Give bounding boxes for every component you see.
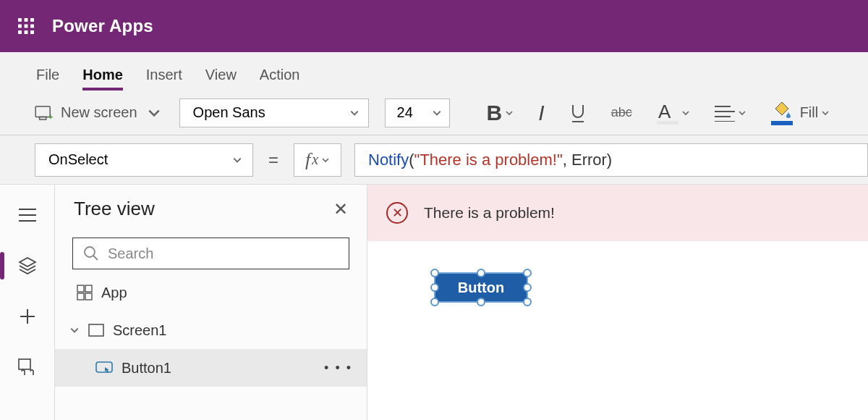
svg-rect-29 bbox=[85, 285, 92, 292]
svg-rect-19 bbox=[771, 121, 793, 125]
svg-rect-0 bbox=[18, 18, 22, 22]
svg-rect-4 bbox=[25, 25, 28, 28]
formula-input[interactable]: Notify ( "There is a problem!" , Error) bbox=[354, 143, 868, 177]
resize-handle[interactable] bbox=[523, 298, 532, 306]
selected-control[interactable]: Button bbox=[434, 272, 528, 303]
resize-handle[interactable] bbox=[430, 298, 439, 306]
media-icon[interactable] bbox=[13, 353, 42, 382]
menu-bar: File Home Insert View Action bbox=[0, 52, 868, 91]
button-control[interactable]: Button bbox=[434, 272, 528, 303]
equals-label: = bbox=[266, 150, 281, 170]
property-name: OnSelect bbox=[48, 151, 108, 168]
align-button[interactable] bbox=[710, 104, 751, 122]
search-input[interactable]: Search bbox=[72, 238, 349, 269]
canvas-area[interactable]: ✕ There is a problem! Button bbox=[367, 185, 868, 420]
formula-bar: OnSelect = fx Notify ( "There is a probl… bbox=[0, 135, 868, 185]
svg-rect-31 bbox=[85, 293, 92, 300]
svg-rect-28 bbox=[77, 285, 84, 292]
tree-item-label: Screen1 bbox=[113, 322, 167, 339]
formula-token: , Error) bbox=[563, 151, 612, 169]
title-bar: Power Apps bbox=[0, 0, 868, 52]
search-placeholder: Search bbox=[108, 245, 153, 262]
formula-token-fn: Notify bbox=[368, 151, 409, 169]
app-launcher-icon[interactable] bbox=[0, 0, 52, 52]
screen-icon bbox=[88, 324, 104, 337]
font-family-value: Open Sans bbox=[193, 104, 265, 121]
fill-button[interactable]: Fill bbox=[767, 101, 835, 125]
menu-view[interactable]: View bbox=[205, 67, 237, 91]
svg-rect-30 bbox=[77, 293, 84, 300]
menu-action[interactable]: Action bbox=[260, 67, 300, 91]
resize-handle[interactable] bbox=[430, 283, 439, 292]
svg-rect-14 bbox=[657, 121, 678, 125]
button-icon bbox=[95, 361, 113, 374]
app-title: Power Apps bbox=[52, 16, 153, 36]
tree-view-title: Tree view bbox=[74, 198, 155, 220]
svg-rect-5 bbox=[30, 25, 34, 28]
home-toolbar: + New screen Open Sans 24 B I abc A Fill bbox=[0, 91, 868, 135]
bold-button[interactable]: B bbox=[482, 101, 519, 125]
svg-rect-3 bbox=[18, 25, 22, 28]
resize-handle[interactable] bbox=[477, 298, 485, 306]
menu-home[interactable]: Home bbox=[82, 67, 123, 91]
tree-item-button1[interactable]: Button1 • • • bbox=[55, 349, 367, 387]
strikethrough-button[interactable]: abc bbox=[607, 105, 637, 120]
font-family-select[interactable]: Open Sans bbox=[179, 98, 369, 127]
more-icon[interactable]: • • • bbox=[324, 361, 352, 376]
menu-file[interactable]: File bbox=[36, 67, 59, 91]
font-size-select[interactable]: 24 bbox=[385, 98, 450, 127]
svg-line-27 bbox=[93, 256, 98, 260]
notification-text: There is a problem! bbox=[424, 204, 555, 222]
menu-insert[interactable]: Insert bbox=[146, 67, 182, 91]
tree-view-icon[interactable] bbox=[13, 251, 42, 280]
svg-rect-2 bbox=[30, 18, 34, 22]
svg-text:A: A bbox=[658, 101, 671, 122]
font-color-button[interactable]: A bbox=[652, 101, 694, 125]
tree-item-label: Button1 bbox=[122, 360, 171, 377]
resize-handle[interactable] bbox=[523, 269, 532, 277]
svg-rect-33 bbox=[96, 362, 112, 372]
property-select[interactable]: OnSelect bbox=[35, 143, 253, 177]
new-screen-label: New screen bbox=[61, 104, 137, 121]
svg-rect-1 bbox=[25, 18, 28, 22]
tree-view-panel: Tree view ✕ Search App Screen1 Button1 •… bbox=[55, 185, 367, 420]
fill-label: Fill bbox=[800, 104, 819, 121]
close-icon[interactable]: ✕ bbox=[333, 199, 348, 219]
svg-rect-7 bbox=[25, 30, 28, 34]
italic-button[interactable]: I bbox=[534, 101, 548, 125]
tree-item-app[interactable]: App bbox=[55, 274, 367, 311]
svg-rect-6 bbox=[18, 30, 22, 34]
resize-handle[interactable] bbox=[430, 269, 439, 277]
font-size-value: 24 bbox=[397, 104, 413, 121]
resize-handle[interactable] bbox=[477, 269, 485, 277]
left-rail bbox=[0, 185, 55, 420]
underline-button[interactable] bbox=[565, 102, 591, 124]
formula-token: ( bbox=[409, 151, 414, 169]
formula-token-string: "There is a problem!" bbox=[414, 151, 563, 169]
hamburger-icon[interactable] bbox=[13, 201, 42, 230]
svg-rect-32 bbox=[89, 324, 103, 336]
resize-handle[interactable] bbox=[523, 283, 532, 292]
tree-item-label: App bbox=[101, 285, 127, 301]
svg-rect-8 bbox=[30, 30, 34, 34]
svg-rect-25 bbox=[19, 359, 30, 369]
fx-button[interactable]: fx bbox=[294, 143, 341, 177]
new-screen-button[interactable]: + New screen bbox=[35, 104, 163, 121]
button-text: Button bbox=[458, 280, 504, 296]
error-icon: ✕ bbox=[386, 202, 408, 224]
svg-text:+: + bbox=[48, 112, 53, 120]
svg-point-26 bbox=[85, 247, 95, 257]
notification-banner: ✕ There is a problem! bbox=[367, 185, 868, 241]
tree-item-screen1[interactable]: Screen1 bbox=[55, 311, 367, 349]
svg-rect-10 bbox=[40, 117, 46, 119]
add-icon[interactable] bbox=[13, 302, 42, 331]
